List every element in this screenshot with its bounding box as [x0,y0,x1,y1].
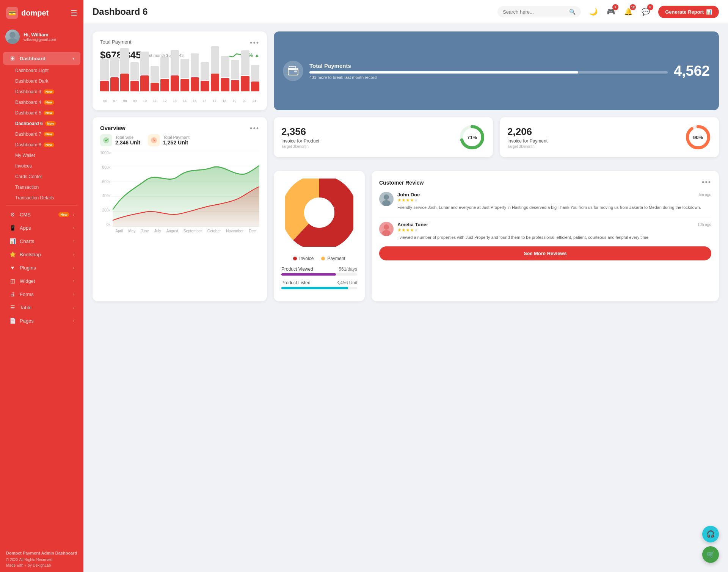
chat-badge: 5 [647,4,653,10]
bar-label: 18 [220,99,229,103]
svg-rect-3 [294,71,297,72]
app-logo: 💳 dompet [6,7,49,19]
sidebar-item-dashboard-light[interactable]: Dashboard Light [3,65,80,76]
generate-report-button[interactable]: Generate Report 📊 [658,6,719,18]
sidebar-item-cms[interactable]: ⚙ CMS New › [3,208,80,221]
sub-item-label: Transaction Details [15,195,54,201]
product-viewed-bar [281,273,336,276]
see-more-reviews-button[interactable]: See More Reviews [379,246,711,260]
sidebar-item-dashboard-dark[interactable]: Dashboard Dark [3,76,80,86]
support-fab-button[interactable]: 🎧 [702,526,719,542]
dashboard-icon: ⊞ [9,55,16,61]
bar-red [140,75,149,91]
sidebar-item-widget[interactable]: ◫ Widget › [3,274,80,287]
bar-red [151,83,159,91]
bar-group [221,56,229,91]
sidebar-nav: ⊞ Dashboard ▾ Dashboard Light Dashboard … [0,49,83,545]
sidebar-item-invoices[interactable]: Invoices [3,161,80,171]
invoice-payment-value: 2,206 [507,126,548,138]
sidebar-item-plugins[interactable]: ♥ Plugins › [3,261,80,274]
avatar [5,30,20,44]
forms-label: Forms [20,291,69,297]
bar-label: 19 [230,99,238,103]
bar-red [120,74,129,91]
bar-red [211,74,220,91]
sub-item-label: Dashboard Dark [15,78,48,84]
sidebar-item-transaction-details[interactable]: Transaction Details [3,193,80,203]
chevron-right-icon: › [73,213,74,217]
bar-label: 14 [180,99,189,103]
search-icon: 🔍 [569,9,576,15]
invoice-product-card: 2,356 Invoice for Product Target 3k/mont… [274,117,493,157]
more-options-icon[interactable]: ••• [250,39,259,47]
sidebar-item-table[interactable]: ☰ Table › [3,301,80,314]
bar-label: 09 [131,99,139,103]
total-payments-progress-bar [309,71,668,74]
invoice-product-donut: 71% [459,124,485,150]
bar-gray [180,59,189,78]
chat-btn[interactable]: 💬 5 [639,5,652,18]
apps-icon: 📱 [9,225,16,231]
sidebar-item-dashboard-8[interactable]: Dashboard 8 New [3,139,80,150]
product-listed-bar [281,287,348,289]
svg-point-22 [384,194,389,200]
footer-made: Made with ♥ by DexignLab [6,563,77,568]
sidebar-item-my-wallet[interactable]: My Wallet [3,150,80,161]
notification-badge: 12 [630,4,636,10]
apps-label: Apps [20,225,69,231]
review-item-2: Amelia Tuner 10h ago ★★★★★ I viewed a nu… [379,222,711,241]
sidebar-item-dashboard[interactable]: ⊞ Dashboard ▾ [3,52,80,65]
invoice-payment-target: Target 3k/month [507,144,548,149]
sidebar-item-dashboard-3[interactable]: Dashboard 3 New [3,86,80,97]
chevron-right-icon: › [73,266,74,270]
sidebar-item-forms[interactable]: 🖨 Forms › [3,288,80,301]
sidebar-item-dashboard-4[interactable]: Dashboard 4 New [3,97,80,108]
bar-gray [140,52,149,75]
sidebar-item-transaction[interactable]: Transaction [3,182,80,193]
sidebar-item-bootstrap[interactable]: ⭐ Bootstrap › [3,248,80,261]
reviewer-1-avatar [379,192,394,206]
bar-gray [201,62,209,80]
bar-chart-wrapper: 06070809101112131415161718192021 [100,65,259,103]
username: Hi, William [24,32,56,38]
sidebar-item-cards-center[interactable]: Cards Center [3,171,80,182]
search-bar: 🔍 [497,6,581,17]
svg-point-23 [382,200,391,206]
bar-label: 15 [190,99,199,103]
bar-gray [221,56,229,77]
sub-item-label: My Wallet [15,153,35,158]
bar-gray [110,57,119,76]
sidebar-item-dashboard-6[interactable]: Dashboard 6 New [3,118,80,129]
area-chart-svg-container: AprilMayJuneJulyAugustSeptemberOctoberNo… [113,151,259,234]
search-input[interactable] [503,9,566,15]
sidebar-item-apps[interactable]: 📱 Apps › [3,221,80,234]
invoice-cards-row: 2,356 Invoice for Product Target 3k/mont… [274,117,719,157]
logo-icon: 💳 [6,7,18,19]
controller-btn[interactable]: 🎮 2 [604,5,617,18]
sidebar-item-charts[interactable]: 📊 Charts › [3,235,80,248]
area-chart-container: 1000k800k600k400k200k0k [100,151,259,294]
donut-pct: 90% [693,135,703,140]
cart-fab-button[interactable]: 🛒 [702,546,719,563]
sub-item-label: Dashboard 3 [15,89,41,94]
total-payment-card: Total Payment ••• $678,345 last month $5… [93,31,267,110]
sidebar-item-dashboard-7[interactable]: Dashboard 7 New [3,129,80,139]
bar-red [171,75,179,91]
review-item-1: John Doe 5m ago ★★★★★ Friendly service J… [379,192,711,211]
chevron-right-icon: › [73,319,74,323]
pages-label: Pages [20,318,69,324]
review-more-icon[interactable]: ••• [702,179,711,186]
bar-gray [100,59,109,80]
reviewer-1-name: John Doe [397,192,420,197]
cms-label: CMS [20,212,55,218]
bootstrap-label: Bootstrap [20,252,69,257]
notification-btn[interactable]: 🔔 12 [622,5,635,18]
sidebar-item-pages[interactable]: 📄 Pages › [3,314,80,327]
donut-pct: 71% [467,135,477,140]
product-listed-label: Product Listed [281,280,311,285]
sidebar-item-dashboard-5[interactable]: Dashboard 5 New [3,108,80,118]
chart-bar-icon: 📊 [706,9,712,15]
hamburger-icon[interactable]: ☰ [71,8,77,17]
dark-mode-toggle[interactable]: 🌙 [587,5,600,18]
overview-more-icon[interactable]: ••• [250,125,259,133]
